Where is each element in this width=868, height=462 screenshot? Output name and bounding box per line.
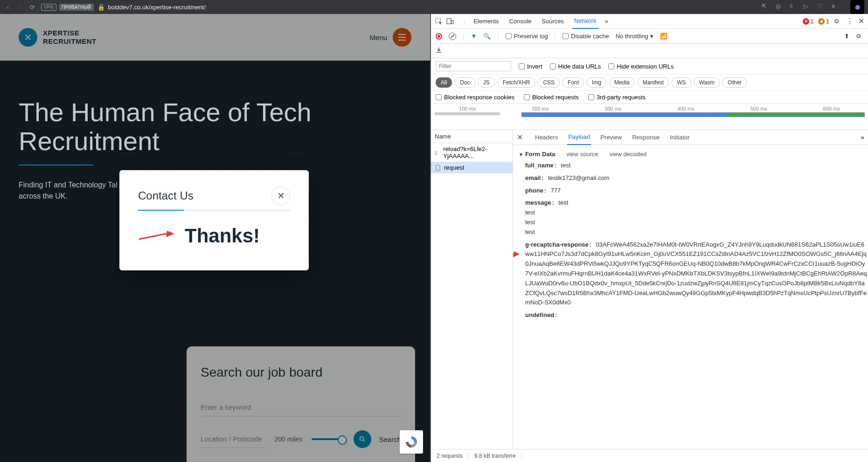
vpn-badge[interactable]: VPN <box>41 4 56 11</box>
disable-cache-checkbox[interactable]: Disable cache <box>562 33 609 40</box>
keyword-input[interactable]: Enter a keyword <box>201 399 401 416</box>
svg-rect-6 <box>451 21 453 24</box>
clear-button[interactable] <box>449 33 456 40</box>
type-filter-css[interactable]: CSS <box>538 77 560 88</box>
detail-tab-initiator[interactable]: Initiator <box>669 130 691 145</box>
request-row[interactable]: {}reload?k=6Lfe2-YjAAAAA... <box>431 143 513 162</box>
form-data-field: full_name: test <box>519 159 868 172</box>
tab-console[interactable]: Console <box>507 14 534 28</box>
network-settings-icon[interactable]: ⚙ <box>856 33 863 40</box>
preserve-log-checkbox[interactable]: Preserve log <box>506 33 548 40</box>
blocked-requests-checkbox[interactable]: Blocked requests <box>524 94 579 101</box>
detail-close-button[interactable]: ✕ <box>517 133 523 142</box>
issue-count-badge[interactable]: ■1 <box>818 18 829 25</box>
type-filter-fetchxhr[interactable]: Fetch/XHR <box>498 77 535 88</box>
record-button[interactable] <box>436 33 442 40</box>
search-button-text[interactable]: Search <box>379 435 401 443</box>
form-data-field: undefined: <box>519 309 868 322</box>
tab-network[interactable]: Network <box>572 14 598 29</box>
inspect-element-icon[interactable] <box>435 17 443 26</box>
location-input[interactable]: Location / Postcode <box>201 430 265 448</box>
detail-tab-payload[interactable]: Payload <box>567 130 591 145</box>
type-filter-manifest[interactable]: Manifest <box>638 77 669 88</box>
type-filter-wasm[interactable]: Wasm <box>694 77 720 88</box>
lock-icon: 🔒 <box>97 4 105 11</box>
devtools-menu-icon[interactable]: ⋮ <box>846 17 854 26</box>
type-filter-img[interactable]: Img <box>587 77 606 88</box>
hide-data-urls-checkbox[interactable]: Hide data URLs <box>550 63 601 70</box>
tabs-overflow-icon[interactable]: » <box>605 18 608 25</box>
svg-line-3 <box>363 440 365 441</box>
radius-slider[interactable] <box>312 438 344 440</box>
nav-forward-button[interactable]: › <box>15 3 23 11</box>
detail-tab-headers[interactable]: Headers <box>534 130 559 145</box>
request-name: reload?k=6Lfe2-YjAAAAA... <box>443 145 509 159</box>
menu-icon[interactable]: ≡ <box>832 3 840 11</box>
share-icon[interactable]: ⇱ <box>762 3 770 11</box>
request-list-header[interactable]: Name <box>431 130 513 143</box>
logo-line2: RECRUITMENT <box>43 37 97 46</box>
form-data-heading[interactable]: Form Data <box>519 151 555 158</box>
hero-rule <box>19 165 93 165</box>
profile-button[interactable]: ⬢ <box>850 0 864 14</box>
upload-har-icon[interactable]: ⬆ <box>844 33 849 40</box>
type-filter-other[interactable]: Other <box>722 77 747 88</box>
timeline-tick: 500 ms <box>750 106 767 111</box>
devtools-close-button[interactable]: ✕ <box>858 17 864 26</box>
view-decoded-link[interactable]: view decoded <box>610 151 647 158</box>
heart-icon[interactable]: ♡ <box>818 3 826 11</box>
tab-sources[interactable]: Sources <box>540 14 566 28</box>
type-filter-js[interactable]: JS <box>478 77 495 88</box>
recaptcha-badge[interactable] <box>400 430 423 454</box>
request-list: Name {}reload?k=6Lfe2-YjAAAAA...request <box>431 130 513 449</box>
download-har-button[interactable] <box>431 44 868 58</box>
network-status-bar: 2 requests 9.8 kB transferre <box>431 449 868 462</box>
reload-button[interactable]: ⟳ <box>28 3 36 11</box>
nav-back-button[interactable]: ‹ <box>4 3 12 11</box>
search-icon-button[interactable] <box>354 430 371 448</box>
throttling-select[interactable]: No throttling▾ <box>616 33 653 40</box>
view-source-link[interactable]: view source <box>566 151 598 158</box>
play-icon[interactable]: ▷ <box>804 3 812 11</box>
filter-toggle-icon[interactable]: ▼ <box>471 33 477 40</box>
settings-gear-icon[interactable]: ⚙ <box>834 18 841 25</box>
shield-icon[interactable]: ◊ <box>790 3 798 11</box>
menu-button[interactable] <box>393 28 411 47</box>
hide-extension-urls-checkbox[interactable]: Hide extension URLs <box>608 63 674 70</box>
site-logo[interactable]: XPERTISE RECRUITMENT <box>19 28 97 47</box>
logo-icon <box>19 28 37 47</box>
url-text[interactable]: bolddev7.co.uk/xpertise-recruitment/ <box>108 4 762 11</box>
error-count-badge[interactable]: ✕1 <box>803 18 814 25</box>
timeline-tick: 600 ms <box>823 106 840 111</box>
form-data-field: phone: 777 <box>519 185 868 197</box>
form-data-field: email: testik1723@gmail.com <box>519 172 868 185</box>
device-toggle-icon[interactable] <box>446 17 454 26</box>
network-timeline[interactable]: 100 ms200 ms300 ms400 ms500 ms600 ms <box>431 104 868 130</box>
third-party-checkbox[interactable]: 3rd-party requests <box>588 94 646 101</box>
blocked-cookies-checkbox[interactable]: Blocked response cookies <box>436 94 514 101</box>
invert-checkbox[interactable]: Invert <box>519 63 542 70</box>
network-conditions-icon[interactable]: 📶 <box>660 33 667 40</box>
type-filter-doc[interactable]: Doc <box>455 77 475 88</box>
detail-tabs-overflow-icon[interactable]: » <box>861 134 864 141</box>
browser-address-bar: ‹ › ⟳ VPN ПРИВАТНЫЙ 🔒 bolddev7.co.uk/xpe… <box>0 0 868 14</box>
search-icon[interactable]: 🔍 <box>483 33 491 40</box>
detail-tab-response[interactable]: Response <box>631 130 660 145</box>
tab-elements[interactable]: Elements <box>472 14 500 28</box>
type-filter-all[interactable]: All <box>436 77 452 88</box>
detail-tab-preview[interactable]: Preview <box>599 130 623 145</box>
status-transferred: 9.8 kB transferre <box>469 453 522 459</box>
request-row[interactable]: request <box>431 162 513 173</box>
job-search-card: Search our job board Enter a keyword Loc… <box>187 346 415 462</box>
annotation-arrow-icon <box>513 250 520 259</box>
type-filter-media[interactable]: Media <box>609 77 635 88</box>
type-filter-ws[interactable]: WS <box>672 77 691 88</box>
annotation-arrow-icon <box>138 229 175 243</box>
modal-close-button[interactable]: ✕ <box>271 186 290 205</box>
filter-input[interactable] <box>436 61 511 71</box>
timeline-tick: 100 ms <box>459 106 476 111</box>
menu-label: Menu <box>369 34 387 41</box>
modal-title: Contact Us <box>138 189 194 202</box>
camera-icon[interactable]: ◎ <box>776 3 784 11</box>
type-filter-font[interactable]: Font <box>562 77 584 88</box>
